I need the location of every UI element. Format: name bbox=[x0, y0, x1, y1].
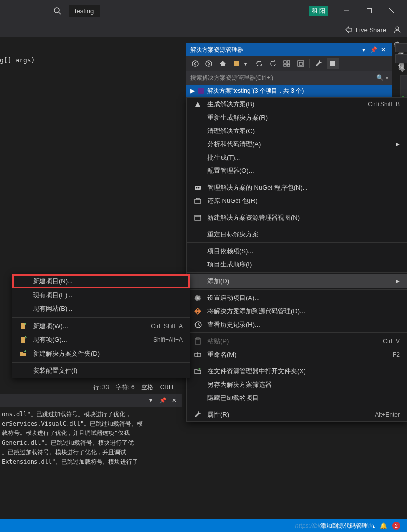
svg-rect-13 bbox=[284, 64, 286, 66]
side-tab-diagnostics[interactable]: 诊断工具 bbox=[395, 43, 407, 52]
submenu-item[interactable]: 新建解决方案文件夹(D) bbox=[12, 347, 190, 361]
menu-item[interactable]: 另存为解决方案筛选器 bbox=[187, 378, 407, 391]
gear-icon bbox=[194, 294, 207, 302]
svg-rect-17 bbox=[330, 61, 335, 66]
svg-rect-15 bbox=[298, 61, 304, 66]
solution-root-item[interactable]: ▶ 解决方案"testing"(3 个项目，共 3 个) bbox=[186, 85, 392, 97]
menu-item[interactable]: 分析和代码清理(A) ▶ bbox=[187, 137, 407, 151]
submenu-item[interactable]: 新建项(W)... Ctrl+Shift+A bbox=[12, 319, 190, 333]
menu-label: 重定目标解决方案 bbox=[207, 230, 400, 239]
submenu-label: 现有项(G)... bbox=[33, 335, 153, 344]
menu-label: 批生成(T)... bbox=[207, 153, 400, 162]
svg-rect-10 bbox=[234, 61, 239, 66]
nuget-icon bbox=[194, 184, 207, 192]
menu-item[interactable]: 设置启动项目(A)... bbox=[187, 291, 407, 304]
menu-item[interactable]: 管理解决方案的 NuGet 程序包(N)... bbox=[187, 181, 407, 194]
panel-dropdown-icon[interactable]: ▾ bbox=[359, 46, 369, 53]
menu-item[interactable]: 重新生成解决方案(R) bbox=[187, 111, 407, 124]
submenu-item[interactable]: 现有项目(E)... bbox=[12, 288, 190, 302]
submenu-arrow-icon: ▶ bbox=[396, 141, 400, 147]
menu-label: 将解决方案添加到源代码管理(D)... bbox=[207, 307, 400, 316]
menu-item[interactable]: 清理解决方案(C) bbox=[187, 124, 407, 137]
submenu-shortcut: Ctrl+Shift+A bbox=[151, 323, 183, 330]
menu-label: 设置启动项目(A)... bbox=[207, 294, 400, 302]
collapse-icon[interactable] bbox=[281, 58, 293, 69]
minimize-button[interactable] bbox=[335, 3, 358, 19]
submenu-label: 新建项(W)... bbox=[33, 322, 151, 331]
add-source-control[interactable]: 添加到源代码管理 bbox=[320, 522, 368, 530]
status-crlf: CRLF bbox=[160, 384, 175, 391]
solution-search[interactable]: 搜索解决方案资源管理器(Ctrl+;) 🔍 ▾ bbox=[186, 71, 392, 85]
preview-icon[interactable] bbox=[327, 58, 339, 69]
pin-icon[interactable]: 📌 bbox=[369, 46, 378, 53]
menu-item[interactable]: 在文件资源管理器中打开文件夹(X) bbox=[187, 365, 407, 378]
sync-icon[interactable] bbox=[253, 58, 265, 69]
menu-item[interactable]: 项目依赖项(S)... bbox=[187, 244, 407, 258]
submenu-item[interactable]: 新建项目(N)... bbox=[12, 274, 190, 288]
svg-rect-23 bbox=[195, 215, 201, 220]
properties-icon[interactable] bbox=[313, 58, 325, 69]
menu-item[interactable]: 查看历史记录(H)... bbox=[187, 318, 407, 331]
user-badge[interactable]: 租 阳 bbox=[309, 6, 328, 16]
menu-label: 属性(R) bbox=[207, 410, 375, 419]
menu-item[interactable]: 配置管理器(O)... bbox=[187, 164, 407, 177]
menu-item[interactable]: 新建解决方案资源管理器视图(N) bbox=[187, 211, 407, 224]
solution-toolbar: ▾ bbox=[186, 56, 392, 71]
svg-rect-12 bbox=[287, 61, 290, 63]
menu-item[interactable]: 批生成(T)... bbox=[187, 151, 407, 164]
split-handle-icon[interactable] bbox=[398, 66, 407, 74]
close-button[interactable] bbox=[380, 3, 403, 19]
panel-close-icon[interactable]: ✕ bbox=[378, 46, 388, 53]
submenu-item[interactable]: 现有项(G)... Shift+Alt+A bbox=[12, 333, 190, 347]
menu-shortcut: Ctrl+Shift+B bbox=[368, 101, 400, 108]
submenu-item[interactable]: 安装配置文件(I) bbox=[12, 364, 190, 378]
menu-label: 重命名(M) bbox=[207, 350, 393, 359]
menu-item[interactable]: 重命名(M) F2 bbox=[187, 348, 407, 361]
notification-icon[interactable]: 🔔 bbox=[380, 522, 387, 529]
menu-item[interactable]: 添加(D) ▶ bbox=[187, 274, 407, 288]
live-share-button[interactable]: Live Share bbox=[345, 26, 386, 33]
menu-item[interactable]: 将解决方案添加到源代码管理(D)... bbox=[187, 304, 407, 318]
output-text: ons.dll"。已跳过加载符号。模块进行了优化， erServices.Vis… bbox=[0, 407, 182, 469]
menu-label: 重新生成解决方案(R) bbox=[207, 113, 400, 122]
menu-label: 清理解决方案(C) bbox=[207, 127, 400, 135]
svg-line-1 bbox=[59, 12, 61, 14]
secondary-toolbar: Live Share bbox=[0, 22, 407, 37]
svg-rect-14 bbox=[287, 64, 290, 66]
menu-item[interactable]: 项目生成顺序(I)... bbox=[187, 258, 407, 271]
forward-icon[interactable] bbox=[203, 58, 215, 69]
svg-rect-11 bbox=[284, 61, 286, 63]
menu-item[interactable]: 生成解决方案(B) Ctrl+Shift+B bbox=[187, 98, 407, 111]
show-all-icon[interactable] bbox=[295, 58, 306, 69]
svg-point-21 bbox=[198, 187, 200, 188]
menu-item[interactable]: 重定目标解决方案 bbox=[187, 228, 407, 241]
svg-rect-18 bbox=[198, 88, 204, 94]
menu-label: 另存为解决方案筛选器 bbox=[207, 380, 400, 389]
switch-view-icon[interactable] bbox=[231, 58, 242, 69]
output-close-icon[interactable]: ✕ bbox=[170, 397, 179, 404]
submenu-shortcut: Shift+Alt+A bbox=[153, 336, 183, 343]
account-icon[interactable] bbox=[393, 26, 401, 33]
output-dropdown-icon[interactable]: ▾ bbox=[146, 397, 156, 404]
menu-label: 项目依赖项(S)... bbox=[207, 247, 400, 256]
menu-label: 生成解决方案(B) bbox=[207, 100, 368, 109]
svg-rect-16 bbox=[299, 62, 302, 65]
search-icon[interactable] bbox=[53, 7, 61, 15]
home-icon[interactable] bbox=[217, 58, 229, 69]
back-icon[interactable] bbox=[189, 58, 201, 69]
maximize-button[interactable] bbox=[358, 3, 380, 19]
output-pin-icon[interactable]: 📌 bbox=[158, 397, 168, 404]
menu-item[interactable]: 还原 NuGet 包(R) bbox=[187, 194, 407, 207]
refresh-icon[interactable] bbox=[267, 58, 279, 69]
project-name: testing bbox=[69, 5, 100, 17]
menu-label: 添加(D) bbox=[207, 277, 396, 286]
upload-icon[interactable]: ↑ bbox=[312, 522, 315, 529]
menu-item[interactable]: 属性(R) Alt+Enter bbox=[187, 408, 407, 421]
submenu-item[interactable]: 现有网站(B)... bbox=[12, 302, 190, 316]
context-menu: 生成解决方案(B) Ctrl+Shift+B 重新生成解决方案(R) 清理解决方… bbox=[186, 97, 407, 422]
menu-item[interactable]: 隐藏已卸载的项目 bbox=[187, 391, 407, 404]
side-tab-properties[interactable]: 属性 bbox=[395, 54, 407, 63]
svg-point-6 bbox=[396, 27, 399, 30]
expand-icon: ▶ bbox=[190, 87, 195, 94]
menu-label: 新建解决方案资源管理器视图(N) bbox=[207, 213, 400, 222]
